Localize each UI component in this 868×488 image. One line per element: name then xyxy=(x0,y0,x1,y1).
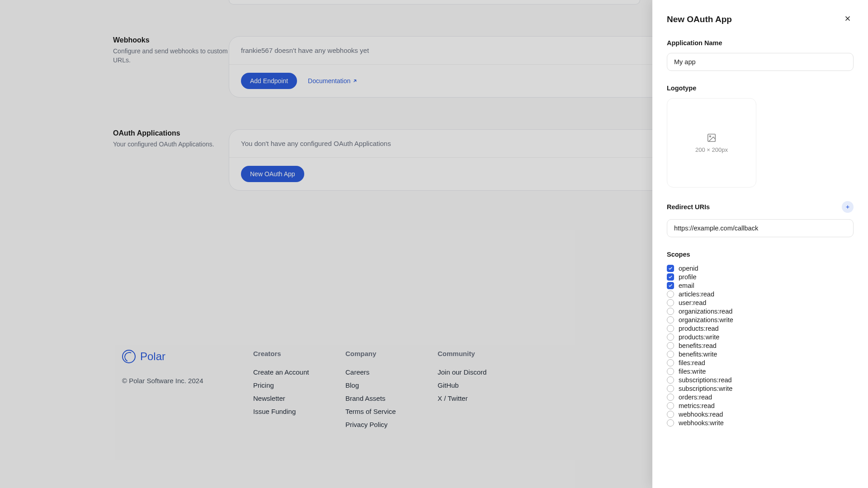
scope-label: orders:read xyxy=(679,394,712,401)
scope-checkbox[interactable] xyxy=(667,282,674,289)
scope-checkbox[interactable] xyxy=(667,385,674,392)
scope-label: products:read xyxy=(679,325,719,332)
scope-checkbox[interactable] xyxy=(667,394,674,401)
scope-item: openid xyxy=(667,264,854,272)
logotype-upload[interactable]: 200 × 200px xyxy=(667,98,756,188)
scope-item: user:read xyxy=(667,299,854,306)
scope-label: profile xyxy=(679,273,697,281)
scope-item: benefits:write xyxy=(667,350,854,358)
scope-label: subscriptions:write xyxy=(679,385,732,392)
scope-label: webhooks:write xyxy=(679,419,724,427)
scope-label: organizations:write xyxy=(679,316,733,324)
scope-checkbox[interactable] xyxy=(667,265,674,272)
scope-item: products:read xyxy=(667,324,854,332)
scope-item: webhooks:read xyxy=(667,410,854,418)
scope-checkbox[interactable] xyxy=(667,419,674,427)
scopes-label: Scopes xyxy=(667,251,854,258)
scope-item: subscriptions:write xyxy=(667,385,854,392)
scope-item: benefits:read xyxy=(667,342,854,349)
scope-item: profile xyxy=(667,273,854,281)
scope-checkbox[interactable] xyxy=(667,333,674,341)
scope-checkbox[interactable] xyxy=(667,411,674,418)
app-name-label: Application Name xyxy=(667,39,854,47)
app-name-input[interactable] xyxy=(667,53,854,71)
image-icon xyxy=(707,133,717,143)
scope-label: files:read xyxy=(679,359,705,366)
scope-checkbox[interactable] xyxy=(667,291,674,298)
scope-label: organizations:read xyxy=(679,308,732,315)
scope-item: files:read xyxy=(667,359,854,366)
add-redirect-uri-button[interactable] xyxy=(842,201,854,213)
scope-item: files:write xyxy=(667,367,854,375)
scope-label: subscriptions:read xyxy=(679,376,732,384)
drawer-title: New OAuth App xyxy=(667,14,732,24)
scope-label: webhooks:read xyxy=(679,411,723,418)
scope-checkbox[interactable] xyxy=(667,402,674,409)
check-icon xyxy=(668,275,673,279)
scope-label: openid xyxy=(679,265,698,272)
plus-icon xyxy=(845,204,850,210)
scope-item: subscriptions:read xyxy=(667,376,854,384)
scope-checkbox[interactable] xyxy=(667,376,674,384)
scope-label: benefits:write xyxy=(679,351,717,358)
scope-checkbox[interactable] xyxy=(667,308,674,315)
scope-item: products:write xyxy=(667,333,854,341)
logotype-label: Logotype xyxy=(667,84,854,92)
scope-item: orders:read xyxy=(667,393,854,401)
scope-label: benefits:read xyxy=(679,342,717,349)
scope-checkbox[interactable] xyxy=(667,273,674,281)
redirect-uri-input[interactable] xyxy=(667,219,854,237)
scope-label: metrics:read xyxy=(679,402,715,409)
scope-checkbox[interactable] xyxy=(667,325,674,332)
check-icon xyxy=(668,266,673,271)
scope-checkbox[interactable] xyxy=(667,351,674,358)
redirect-uris-label: Redirect URIs xyxy=(667,203,710,211)
scope-checkbox[interactable] xyxy=(667,299,674,306)
check-icon xyxy=(668,283,673,288)
scope-label: files:write xyxy=(679,368,706,375)
scope-item: organizations:write xyxy=(667,316,854,324)
scope-item: organizations:read xyxy=(667,307,854,315)
scope-item: metrics:read xyxy=(667,402,854,409)
new-oauth-drawer: New OAuth App Application Name Logotype … xyxy=(652,0,868,488)
scope-checkbox[interactable] xyxy=(667,342,674,349)
scope-label: email xyxy=(679,282,694,289)
logotype-size-hint: 200 × 200px xyxy=(695,146,728,153)
scope-item: webhooks:write xyxy=(667,419,854,427)
scope-label: user:read xyxy=(679,299,706,306)
scope-label: products:write xyxy=(679,333,719,341)
close-drawer-button[interactable] xyxy=(842,13,854,26)
close-icon xyxy=(844,14,852,23)
scope-item: articles:read xyxy=(667,290,854,298)
scope-item: email xyxy=(667,282,854,289)
scope-checkbox[interactable] xyxy=(667,316,674,324)
scope-label: articles:read xyxy=(679,291,714,298)
svg-point-1 xyxy=(709,136,711,137)
scope-checkbox[interactable] xyxy=(667,359,674,366)
scope-checkbox[interactable] xyxy=(667,368,674,375)
